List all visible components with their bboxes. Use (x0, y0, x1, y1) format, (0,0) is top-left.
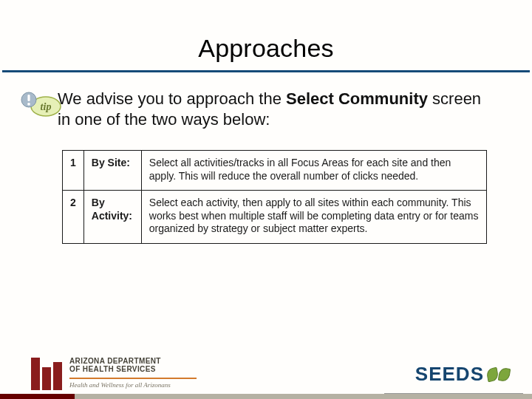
svg-text:tip: tip (41, 101, 52, 112)
adhs-tagline: Health and Wellness for all Arizonans (69, 381, 197, 389)
leaf-icon (486, 366, 499, 381)
seeds-logo: SEEDS (415, 363, 510, 386)
slide-title: Approaches (0, 0, 532, 70)
row-desc: Select all activities/tracks in all Focu… (141, 151, 486, 191)
row-label: By Site: (83, 151, 141, 191)
row-number: 2 (63, 191, 84, 244)
seeds-wordmark: SEEDS (415, 363, 484, 386)
row-desc: Select each activity, then apply to all … (141, 191, 486, 244)
svg-rect-3 (27, 95, 30, 101)
footer: ARIZONA DEPARTMENT OF HEALTH SERVICES He… (0, 338, 532, 399)
table-row: 1 By Site: Select all activities/tracks … (63, 151, 487, 191)
svg-point-4 (27, 103, 30, 106)
table-row: 2 By Activity: Select each activity, the… (63, 191, 487, 244)
adhs-name-line1: ARIZONA DEPARTMENT (69, 358, 197, 366)
row-label: By Activity: (83, 191, 141, 244)
row-number: 1 (63, 151, 84, 191)
title-rule (2, 70, 530, 72)
adhs-logo: ARIZONA DEPARTMENT OF HEALTH SERVICES He… (31, 358, 197, 390)
intro-text: We advise you to approach the Select Com… (58, 89, 489, 129)
footer-bar (0, 394, 532, 399)
adhs-name-line2: OF HEALTH SERVICES (69, 366, 197, 374)
leaf-icon (498, 367, 511, 382)
tip-icon: tip (21, 90, 62, 120)
approach-table: 1 By Site: Select all activities/tracks … (62, 150, 487, 244)
